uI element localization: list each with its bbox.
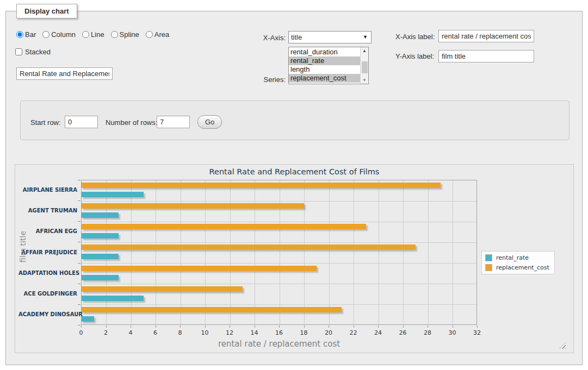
- bar-replacement_cost-airplane-sierra: [82, 183, 441, 188]
- y-category-label: AFRICAN EGG: [18, 228, 77, 234]
- go-button[interactable]: Go: [197, 115, 222, 129]
- bar-replacement_cost-african-egg: [82, 224, 366, 229]
- x-tick-label: 22: [343, 329, 364, 336]
- resize-grip-icon[interactable]: [559, 342, 566, 349]
- legend-item-rental_rate: rental_rate: [485, 254, 549, 261]
- page: Display chart Bar Column Line Spline Are…: [0, 0, 588, 370]
- x-tick-label: 2: [95, 329, 117, 336]
- gridline: [156, 180, 156, 324]
- radio-spline-input[interactable]: [111, 31, 118, 38]
- x-axis-select-wrap: title ▼: [288, 31, 372, 43]
- row-controls-panel: Start row: Number of rows: Go: [20, 101, 570, 140]
- bar-replacement_cost-affair-prejudice: [82, 244, 416, 250]
- x-tick-label: 30: [442, 329, 463, 336]
- radio-column-label: Column: [51, 30, 76, 39]
- x-tick-label: 20: [318, 329, 339, 336]
- legend-label: rental_rate: [496, 254, 529, 261]
- series-listbox-label: Series:: [242, 76, 286, 84]
- chart-y-axis-title: film title: [18, 231, 27, 262]
- radio-spline-label: Spline: [120, 30, 139, 39]
- y-axis-tick: [78, 221, 81, 222]
- x-axis-tick: [106, 325, 107, 328]
- bar-rental_rate-airplane-sierra: [82, 192, 144, 197]
- gridline: [379, 180, 379, 324]
- x-tick-label: 32: [466, 329, 488, 336]
- start-row-input[interactable]: [65, 116, 98, 128]
- y-axis-label-input[interactable]: [438, 50, 534, 62]
- chart-plot-area: [81, 180, 477, 325]
- bar-replacement_cost-academy-dinosaur: [82, 307, 342, 312]
- y-category-label: ADAPTATION HOLES: [18, 270, 77, 276]
- gridline: [428, 180, 429, 324]
- gridline: [131, 180, 132, 324]
- series-scrollbar[interactable]: ▲ ▼: [360, 47, 368, 84]
- series-option-rental_duration[interactable]: rental_duration: [289, 48, 360, 57]
- chart-title: Rental Rate and Replacement Cost of Film…: [15, 167, 573, 176]
- x-axis-tick: [304, 325, 305, 328]
- scrollbar-thumb[interactable]: [362, 61, 368, 73]
- scroll-down-icon[interactable]: ▼: [362, 78, 367, 83]
- y-axis-tick: [78, 304, 81, 305]
- y-axis-tick: [78, 284, 81, 284]
- y-category-label: AGENT TRUMAN: [18, 208, 77, 214]
- y-axis-tick: [78, 325, 81, 325]
- radio-line-label: Line: [91, 30, 104, 39]
- y-category-label: AFFAIR PREJUDICE: [18, 249, 77, 255]
- scroll-up-icon[interactable]: ▲: [362, 48, 367, 53]
- legend-label: replacement_cost: [496, 264, 549, 271]
- x-axis-tick: [131, 325, 131, 328]
- gridline: [304, 180, 305, 324]
- x-axis-tick: [180, 325, 181, 328]
- stacked-label: Stacked: [25, 48, 51, 56]
- radio-bar[interactable]: Bar: [16, 30, 36, 39]
- gridline: [280, 180, 280, 324]
- radio-area[interactable]: Area: [146, 30, 169, 39]
- bar-replacement_cost-ace-goldfinger: [82, 286, 243, 292]
- x-tick-label: 14: [244, 329, 265, 336]
- gridline: [106, 180, 107, 324]
- series-option-replacement_cost[interactable]: replacement_cost: [289, 74, 360, 83]
- bar-rental_rate-african-egg: [82, 233, 119, 239]
- radio-spline[interactable]: Spline: [111, 30, 139, 39]
- x-tick-label: 10: [194, 329, 216, 336]
- x-tick-label: 18: [293, 329, 315, 336]
- stacked-checkbox[interactable]: [15, 48, 22, 55]
- x-tick-label: 26: [392, 329, 414, 336]
- series-option-rental_rate[interactable]: rental_rate: [289, 57, 360, 65]
- radio-column[interactable]: Column: [42, 30, 76, 39]
- bar-rental_rate-affair-prejudice: [82, 254, 119, 259]
- y-axis-tick: [78, 180, 81, 180]
- radio-line[interactable]: Line: [82, 30, 104, 39]
- num-rows-input[interactable]: [157, 116, 190, 128]
- y-category-label: ACE GOLDFINGER: [18, 291, 77, 297]
- series-option-length[interactable]: length: [289, 65, 360, 74]
- series-listbox[interactable]: rental_durationrental_ratelengthreplacem…: [288, 47, 369, 84]
- x-tick-label: 16: [268, 329, 290, 336]
- gridline: [82, 284, 476, 284]
- radio-column-input[interactable]: [42, 31, 49, 38]
- x-tick-label: 4: [120, 329, 141, 336]
- x-axis-tick: [477, 325, 478, 328]
- gridline: [205, 180, 206, 324]
- bar-rental_rate-agent-truman: [82, 212, 119, 218]
- chart-title-input[interactable]: [16, 67, 113, 80]
- x-axis-select[interactable]: title: [288, 31, 372, 43]
- radio-area-input[interactable]: [146, 31, 153, 38]
- x-axis-select-label: X-Axis:: [242, 34, 286, 42]
- legend-swatch-icon: [485, 254, 492, 261]
- radio-bar-input[interactable]: [16, 31, 23, 38]
- x-tick-label: 12: [219, 329, 240, 336]
- bar-rental_rate-adaptation-holes: [82, 275, 119, 280]
- gridline: [82, 304, 476, 305]
- radio-bar-label: Bar: [25, 30, 36, 39]
- y-axis-tick: [78, 242, 81, 242]
- radio-line-input[interactable]: [82, 31, 89, 38]
- y-category-label: ACADEMY DINOSAUR: [18, 311, 77, 317]
- x-axis-label-input[interactable]: [438, 30, 534, 42]
- legend-swatch-icon: [485, 264, 492, 271]
- x-tick-label: 6: [145, 329, 166, 336]
- radio-area-label: Area: [154, 30, 169, 39]
- num-rows-label: Number of rows:: [106, 118, 157, 127]
- bar-rental_rate-ace-goldfinger: [82, 296, 144, 301]
- chart-legend: rental_ratereplacement_cost: [481, 251, 555, 274]
